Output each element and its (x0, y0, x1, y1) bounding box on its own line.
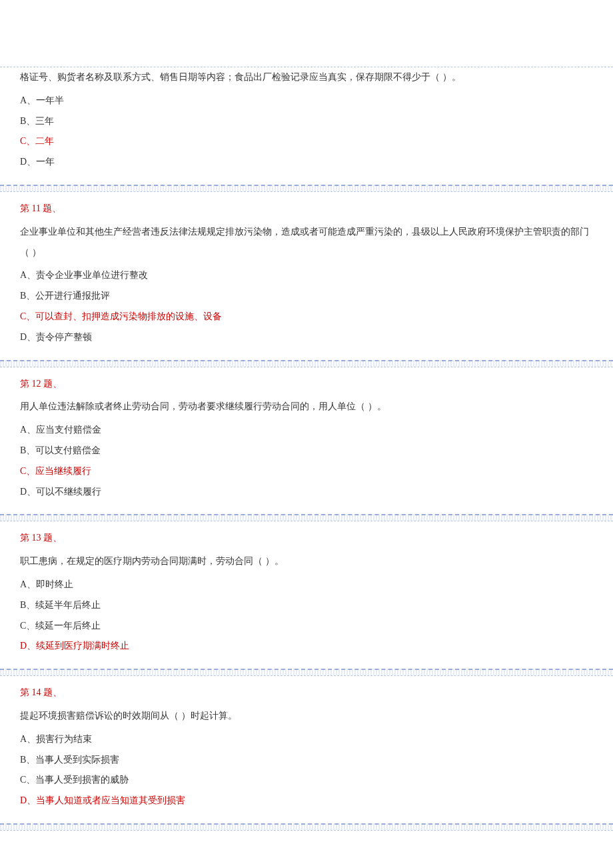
option-b: B、三年 (20, 111, 593, 132)
question-text: 用人单位违法解除或者终止劳动合同，劳动者要求继续履行劳动合同的，用人单位（ ）。 (20, 397, 593, 417)
option-d: D、责令停产整顿 (20, 327, 593, 348)
question-12: 第 12 题、 用人单位违法解除或者终止劳动合同，劳动者要求继续履行劳动合同的，… (0, 367, 613, 515)
option-d: D、可以不继续履行 (20, 482, 593, 503)
option-b: B、续延半年后终止 (20, 595, 593, 616)
question-10-continued: 格证号、购货者名称及联系方式、销售日期等内容；食品出厂检验记录应当真实，保存期限… (0, 67, 613, 185)
question-title: 第 13 题、 (20, 528, 593, 549)
option-d: D、一年 (20, 152, 593, 173)
question-text: 企业事业单位和其他生产经营者违反法律法规规定排放污染物，造成或者可能造成严重污染… (20, 222, 593, 263)
option-c: C、续延一年后终止 (20, 616, 593, 637)
option-b: B、公开进行通报批评 (20, 286, 593, 307)
option-d: D、续延到医疗期满时终止 (20, 636, 593, 657)
option-c: C、二年 (20, 131, 593, 152)
question-title: 第 11 题、 (20, 199, 593, 219)
question-11: 第 11 题、 企业事业单位和其他生产经营者违反法律法规规定排放污染物，造成或者… (0, 192, 613, 360)
option-c: C、当事人受到损害的威胁 (20, 770, 593, 791)
option-a: A、一年半 (20, 91, 593, 111)
option-a: A、损害行为结束 (20, 729, 593, 750)
option-b: B、可以支付赔偿金 (20, 441, 593, 461)
option-c: C、可以查封、扣押造成污染物排放的设施、设备 (20, 307, 593, 327)
question-14: 第 14 题、 提起环境损害赔偿诉讼的时效期间从（ ）时起计算。 A、损害行为结… (0, 676, 613, 823)
option-d: D、当事人知道或者应当知道其受到损害 (20, 791, 593, 811)
option-c: C、应当继续履行 (20, 461, 593, 482)
question-title: 第 12 题、 (20, 374, 593, 395)
question-text: 提起环境损害赔偿诉讼的时效期间从（ ）时起计算。 (20, 706, 593, 727)
option-a: A、责令企业事业单位进行整改 (20, 265, 593, 286)
question-text: 职工患病，在规定的医疗期内劳动合同期满时，劳动合同（ ）。 (20, 551, 593, 572)
option-a: A、应当支付赔偿金 (20, 420, 593, 441)
question-text: 格证号、购货者名称及联系方式、销售日期等内容；食品出厂检验记录应当真实，保存期限… (20, 67, 593, 88)
question-13: 第 13 题、 职工患病，在规定的医疗期内劳动合同期满时，劳动合同（ ）。 A、… (0, 521, 613, 669)
option-b: B、当事人受到实际损害 (20, 750, 593, 771)
question-title: 第 14 题、 (20, 683, 593, 703)
option-a: A、即时终止 (20, 575, 593, 595)
